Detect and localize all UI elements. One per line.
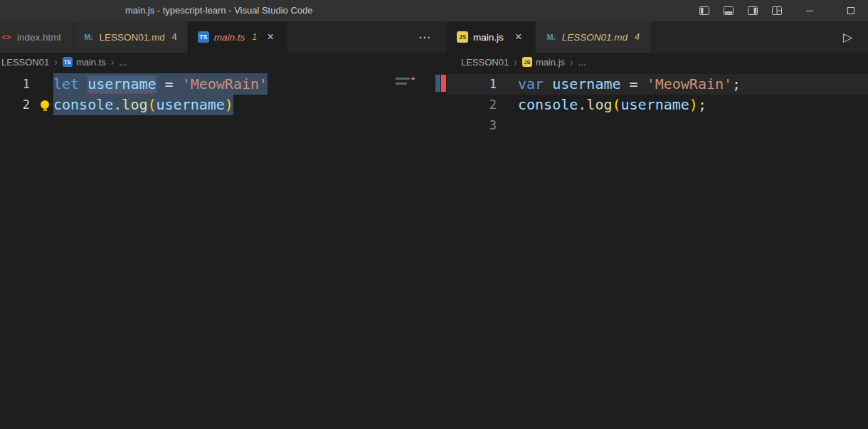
breadcrumb-label: LESSON01 bbox=[1, 57, 49, 68]
breadcrumb-label: ... bbox=[578, 57, 586, 68]
editor-group-right: JSmain.js×M↓LESSON01.md4 ▷ LESSON01›JSma… bbox=[447, 21, 868, 429]
tab-label: LESSON01.md bbox=[562, 32, 628, 43]
code-token: . bbox=[578, 96, 586, 113]
code-line[interactable]: 2console.log(username) bbox=[0, 95, 447, 115]
code-token bbox=[174, 75, 182, 92]
code-token: = bbox=[165, 75, 174, 92]
more-actions-icon[interactable]: ⋯ bbox=[418, 30, 431, 45]
code-text: console.log(username) bbox=[53, 95, 233, 115]
typescript-icon: TS bbox=[63, 57, 73, 67]
chevron-right-icon: › bbox=[111, 56, 115, 68]
editor-group-left: <>index.htmlM↓LESSON01.md4TSmain.ts1× ⋯ … bbox=[0, 21, 447, 429]
code-lines-left: 1let username = 'MeowRain'2console.log(u… bbox=[0, 71, 447, 115]
tabs-right: JSmain.js×M↓LESSON01.md4 bbox=[447, 21, 650, 53]
close-icon[interactable]: × bbox=[264, 31, 277, 43]
code-token: ) bbox=[689, 96, 698, 113]
minimap-error-mark bbox=[411, 78, 415, 80]
typescript-icon: TS bbox=[198, 31, 209, 43]
chevron-right-icon: › bbox=[54, 56, 58, 68]
code-token: log bbox=[586, 96, 612, 113]
code-token: 'MeowRain' bbox=[647, 75, 732, 92]
code-token: username bbox=[621, 96, 689, 113]
problems-count-badge: 1 bbox=[252, 32, 257, 42]
selection-highlight: console.log(username) bbox=[53, 94, 233, 115]
minimap-line-mark bbox=[396, 83, 407, 85]
toggle-panel-icon[interactable] bbox=[723, 5, 734, 16]
html-icon: <> bbox=[1, 31, 12, 43]
breadcrumb-label: ... bbox=[119, 57, 127, 68]
code-token: ; bbox=[698, 96, 706, 113]
code-text: var username = 'MeowRain'; bbox=[518, 74, 741, 95]
breadcrumb-label: LESSON01 bbox=[461, 57, 509, 68]
line-number[interactable]: 2 bbox=[0, 95, 30, 115]
code-token bbox=[544, 75, 552, 92]
selection-highlight: let username = 'MeowRain' bbox=[53, 73, 268, 95]
code-token bbox=[79, 75, 88, 92]
tab-bar-right: JSmain.js×M↓LESSON01.md4 ▷ bbox=[447, 21, 868, 53]
line-number[interactable]: 2 bbox=[447, 95, 497, 115]
breadcrumb-label: main.ts bbox=[76, 57, 106, 68]
code-token: ) bbox=[225, 96, 233, 113]
code-text: let username = 'MeowRain' bbox=[53, 74, 268, 95]
editor-area: <>index.htmlM↓LESSON01.md4TSmain.ts1× ⋯ … bbox=[0, 21, 868, 429]
tab-main-js[interactable]: JSmain.js× bbox=[447, 21, 536, 53]
code-token bbox=[638, 75, 647, 92]
title-bar: main.js - typescript-learn - Visual Stud… bbox=[0, 0, 868, 21]
code-token: ( bbox=[147, 96, 156, 113]
problems-count-badge: 4 bbox=[635, 32, 640, 42]
close-icon[interactable]: × bbox=[512, 31, 525, 43]
tab-label: LESSON01.md bbox=[100, 32, 165, 43]
line-number[interactable]: 1 bbox=[447, 74, 497, 95]
breadcrumb-item[interactable]: ... bbox=[119, 57, 127, 68]
vscode-window: main.js - typescript-learn - Visual Stud… bbox=[0, 0, 868, 429]
toggle-primary-sidebar-icon[interactable] bbox=[699, 5, 710, 16]
breadcrumbs-left: LESSON01›TSmain.ts›... bbox=[0, 53, 447, 71]
code-token: = bbox=[630, 75, 638, 92]
editor-right[interactable]: 1var username = 'MeowRain';2console.log(… bbox=[447, 71, 868, 429]
overview-ruler-selection-mark bbox=[435, 75, 440, 92]
breadcrumb-label: main.js bbox=[536, 57, 565, 68]
line-number[interactable]: 3 bbox=[447, 115, 497, 136]
code-token bbox=[157, 75, 165, 92]
titlebar-controls bbox=[686, 0, 868, 21]
tab-main-ts[interactable]: TSmain.ts1× bbox=[188, 21, 287, 53]
breadcrumb-item[interactable]: LESSON01 bbox=[1, 57, 49, 68]
breadcrumb-item[interactable]: ... bbox=[578, 57, 586, 68]
breadcrumb-item[interactable]: JSmain.js bbox=[522, 57, 565, 68]
tab-label: index.html bbox=[17, 32, 61, 43]
maximize-button[interactable] bbox=[845, 5, 857, 16]
editor-left[interactable]: 1let username = 'MeowRain'2console.log(u… bbox=[0, 71, 447, 429]
lightbulb-icon[interactable] bbox=[41, 100, 49, 109]
problems-count-badge: 4 bbox=[172, 32, 177, 42]
markdown-icon: M↓ bbox=[546, 31, 557, 43]
tabbar-actions-right: ▷ bbox=[833, 21, 868, 53]
code-line[interactable]: 2console.log(username); bbox=[447, 95, 868, 115]
code-token: username bbox=[157, 96, 225, 113]
tab-index-html[interactable]: <>index.html bbox=[0, 21, 73, 53]
code-token: console bbox=[518, 96, 578, 113]
code-token bbox=[621, 75, 630, 92]
breadcrumb-item[interactable]: TSmain.ts bbox=[63, 57, 106, 68]
code-token: . bbox=[113, 96, 122, 113]
code-line[interactable]: 3 bbox=[447, 115, 868, 136]
markdown-icon: M↓ bbox=[83, 31, 95, 43]
code-line[interactable]: 1var username = 'MeowRain'; bbox=[447, 74, 868, 95]
code-line[interactable]: 1let username = 'MeowRain' bbox=[0, 74, 447, 95]
minimize-button[interactable] bbox=[804, 5, 815, 16]
customize-layout-icon[interactable] bbox=[771, 5, 783, 16]
error-squiggle-token: username bbox=[88, 75, 156, 92]
line-number[interactable]: 1 bbox=[0, 74, 30, 95]
run-code-button[interactable]: ▷ bbox=[843, 30, 852, 45]
code-lines-right: 1var username = 'MeowRain';2console.log(… bbox=[447, 71, 868, 136]
tabs-left: <>index.htmlM↓LESSON01.md4TSmain.ts1× bbox=[0, 21, 287, 53]
breadcrumb-item[interactable]: LESSON01 bbox=[461, 57, 509, 68]
tab-lesson01-md[interactable]: M↓LESSON01.md4 bbox=[73, 21, 188, 53]
tab-lesson01-md-right[interactable]: M↓LESSON01.md4 bbox=[536, 21, 650, 53]
code-token: let bbox=[53, 75, 79, 92]
overview-ruler-error-mark bbox=[441, 75, 446, 92]
code-token: console bbox=[53, 96, 113, 113]
code-token: username bbox=[552, 75, 620, 92]
js-icon: JS bbox=[522, 57, 532, 67]
code-text: console.log(username); bbox=[518, 95, 706, 115]
toggle-secondary-sidebar-icon[interactable] bbox=[747, 5, 758, 16]
